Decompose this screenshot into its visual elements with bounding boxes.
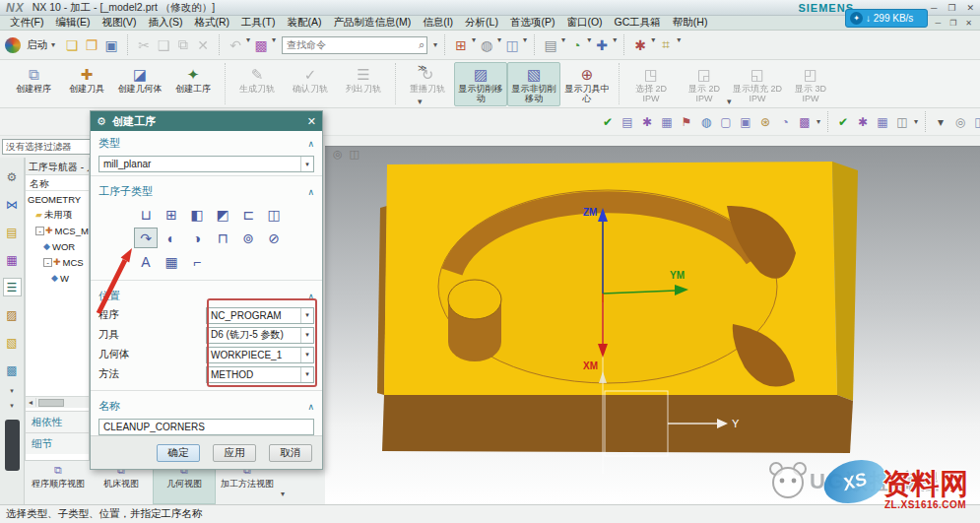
window-style-icon[interactable]: ▤ xyxy=(541,35,560,55)
chevron-down-icon[interactable]: ▾ xyxy=(433,40,437,49)
verify-toolpath-button[interactable]: ✓确认刀轨 xyxy=(284,62,337,106)
command-search[interactable]: ⌕ xyxy=(282,36,427,54)
tree-row-5[interactable]: ◆W xyxy=(26,270,89,286)
spline-icon[interactable]: ✱ xyxy=(630,35,650,55)
ok-check-icon[interactable]: ✔ xyxy=(599,113,617,131)
paste-icon[interactable]: ⧉ xyxy=(173,35,193,55)
menu-item-5[interactable]: 工具(T) xyxy=(235,16,281,30)
face-milling-icon[interactable]: ◧ xyxy=(185,204,209,225)
operation-navigator-icon[interactable]: ☰ xyxy=(3,278,22,296)
group-caret-icon[interactable]: ▾ xyxy=(418,97,423,106)
floor-wall-ipw-icon[interactable]: ⊞ xyxy=(160,204,183,225)
flower-icon[interactable]: ✱ xyxy=(854,113,872,131)
part-navigator-icon[interactable]: ▤ xyxy=(3,223,22,241)
child-close-icon[interactable]: ✕ xyxy=(965,19,972,28)
scroll-up-icon[interactable]: ▾ xyxy=(10,388,14,394)
menu-item-13[interactable]: 帮助(H) xyxy=(667,16,714,30)
open-icon[interactable]: ❐ xyxy=(82,35,101,55)
create-operation-button[interactable]: ✦创建工序 xyxy=(166,62,220,106)
search-input[interactable] xyxy=(282,36,427,54)
dialog-close-icon[interactable]: ✕ xyxy=(307,115,316,128)
finish-floor-icon[interactable]: ◑ xyxy=(185,228,209,248)
tree-row-3[interactable]: ◆WOR xyxy=(26,238,89,254)
face-milling-manual-icon[interactable]: ◩ xyxy=(211,204,234,225)
wrench-icon[interactable]: ⊛ xyxy=(756,113,774,131)
minimize-icon[interactable]: ─ xyxy=(931,3,937,13)
tab-program-order-view[interactable]: ⧉程序顺序视图 xyxy=(27,461,90,504)
scroll-down-icon[interactable]: ▾ xyxy=(10,403,14,409)
ok-button[interactable]: 确定 xyxy=(157,444,200,462)
machining-feature-navigator-icon[interactable]: ▨ xyxy=(3,305,22,324)
cancel-button[interactable]: 取消 xyxy=(269,444,312,462)
close-icon[interactable]: ✕ xyxy=(966,3,974,13)
apply-check-icon[interactable]: ✔ xyxy=(834,113,852,131)
measure-icon[interactable]: ⌗ xyxy=(656,35,676,55)
name-section-header[interactable]: 名称 ∧ xyxy=(91,394,322,416)
grid-doc-icon[interactable]: ▦ xyxy=(658,113,676,131)
menu-item-4[interactable]: 格式(R) xyxy=(188,16,235,30)
more-caret-icon[interactable]: ▾ xyxy=(932,113,949,131)
show-2d-ipw-button[interactable]: ◲显示 2D IPW xyxy=(678,62,731,106)
3d-viewport[interactable]: Y ZM YM XM xyxy=(325,146,980,504)
scroll-left-icon[interactable]: ◂ xyxy=(26,398,36,407)
planar-mill-icon[interactable]: ⊏ xyxy=(236,204,260,225)
dependencies-panel-header[interactable]: 相依性 xyxy=(26,411,89,432)
navigator-h-scrollbar[interactable]: ◂ xyxy=(26,396,89,408)
show-hide-icon[interactable]: ◔ xyxy=(566,35,586,55)
details-panel-header[interactable]: 细节 xyxy=(26,432,89,454)
thread-milling-icon[interactable]: ⊘ xyxy=(262,228,286,248)
planar-profile-icon[interactable]: ◫ xyxy=(262,204,286,225)
roles-icon[interactable]: ▩ xyxy=(3,360,22,379)
shaded-view-icon[interactable]: ◍ xyxy=(477,35,496,55)
visual-style-icon[interactable]: ▩ xyxy=(251,35,271,55)
show-tool-center-button[interactable]: ⊕显示刀具中心 xyxy=(560,62,614,106)
tree-row-4[interactable]: -✚MCS xyxy=(26,254,89,270)
tabs-more-icon[interactable]: ▾ xyxy=(279,490,288,504)
delete-icon[interactable]: ✕ xyxy=(193,35,213,55)
tree-row-2[interactable]: -✚MCS_M xyxy=(26,223,89,238)
finish-walls-icon[interactable]: ◐ xyxy=(160,228,183,248)
menu-item-2[interactable]: 视图(V) xyxy=(96,16,142,30)
window-icon[interactable]: ▢ xyxy=(717,113,735,131)
cut-icon[interactable]: ✂ xyxy=(134,35,154,55)
undo-icon[interactable]: ↶ xyxy=(226,35,245,55)
create-geometry-button[interactable]: ◪创建几何体 xyxy=(113,62,166,106)
list-toolpath-button[interactable]: ☰列出刀轨 xyxy=(337,62,390,106)
menu-item-12[interactable]: GC工具箱 xyxy=(609,16,667,30)
solid-cube-icon[interactable]: ◫ xyxy=(971,113,980,131)
restore-icon[interactable]: ❐ xyxy=(947,3,955,13)
replay-toolpath-button[interactable]: ↻重播刀轨 xyxy=(401,62,454,106)
floor-wall-icon[interactable]: ⊔ xyxy=(134,204,158,225)
copy-icon[interactable]: ❑ xyxy=(154,35,173,55)
generate-toolpath-button[interactable]: ✎生成刀轨 xyxy=(230,62,284,106)
child-restore-icon[interactable]: ❐ xyxy=(949,19,956,28)
show-3d-ipw-button[interactable]: ◰显示 3D IPW xyxy=(784,62,837,106)
reuse-library-icon[interactable]: ▦ xyxy=(3,250,22,269)
navigator-column-header[interactable]: 名称 xyxy=(26,175,89,191)
mill-user-icon[interactable]: ⌐ xyxy=(185,251,209,272)
apply-button[interactable]: 应用 xyxy=(213,444,256,462)
clock-icon[interactable]: ◔ xyxy=(776,113,794,131)
tree-expander-icon[interactable]: - xyxy=(43,258,52,267)
select-2d-ipw-button[interactable]: ◳选择 2D IPW xyxy=(624,62,678,106)
assembly-navigator-icon[interactable]: ⚙ xyxy=(3,167,22,186)
start-menu-button[interactable]: 启动 ▾ xyxy=(23,37,60,53)
subtype-section-header[interactable]: 工序子类型 ∧ xyxy=(91,179,322,201)
menu-item-8[interactable]: 信息(I) xyxy=(417,16,459,30)
resource-bar-handle[interactable] xyxy=(5,420,20,471)
hole-milling-icon[interactable]: ⊚ xyxy=(236,228,260,248)
menu-item-10[interactable]: 首选项(P) xyxy=(504,16,561,30)
wireframe-cube-icon[interactable]: ◫ xyxy=(893,113,911,131)
flag-icon[interactable]: ⚑ xyxy=(678,113,695,131)
menu-item-1[interactable]: 编辑(E) xyxy=(49,16,96,30)
groove-milling-icon[interactable]: ⊓ xyxy=(211,228,234,248)
palette-icon[interactable]: ▩ xyxy=(796,113,814,131)
tree-row-1[interactable]: ▰未用项 xyxy=(26,207,89,223)
type-select[interactable]: mill_planar ▾ xyxy=(98,156,314,172)
constraint-navigator-icon[interactable]: ⋈ xyxy=(3,195,22,214)
copy-list-icon[interactable]: ▣ xyxy=(737,113,754,131)
tree-row-0[interactable]: GEOMETRY xyxy=(26,191,89,207)
menu-item-6[interactable]: 装配(A) xyxy=(281,16,327,30)
child-minimize-icon[interactable]: ─ xyxy=(935,19,941,28)
network-speed-badge[interactable]: ✦ ↓ 299 KB/s xyxy=(845,9,928,28)
